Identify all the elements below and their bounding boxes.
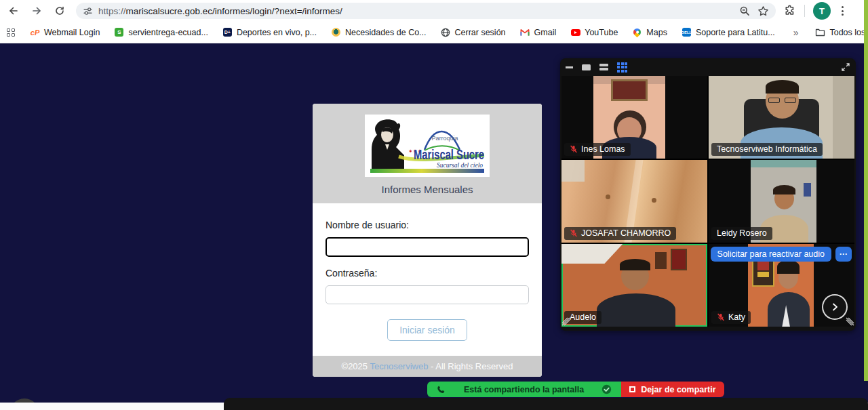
login-form: Nombre de usuario: Contraseña: Iniciar s… (313, 203, 542, 356)
participant-name-tag: JOSAFAT CHAMORRO (564, 227, 676, 240)
maps-pin-icon (632, 27, 642, 37)
participant-tile-josafat-chamorro[interactable]: JOSAFAT CHAMORRO (561, 160, 707, 243)
profile-avatar[interactable]: T (813, 2, 831, 20)
gob-ec-icon (331, 27, 341, 37)
username-label: Nombre de usuario: (326, 220, 529, 230)
login-footer: ©2025 Tecnoserviweb - All Rights Reserve… (313, 356, 542, 377)
browser-toolbar: https://mariscalsucre.gob.ec/informes/lo… (0, 0, 868, 22)
login-heading: Informes Mensuales (313, 184, 542, 195)
reload-icon (54, 5, 65, 16)
chevron-right-icon (830, 302, 840, 312)
expand-icon (841, 62, 850, 72)
share-status: Está compartiendo la pantalla (427, 382, 621, 397)
bookmark-cerrar-sesion[interactable]: Cerrar sesión (441, 27, 506, 37)
toolbar-divider (804, 5, 805, 17)
back-button[interactable] (4, 1, 23, 20)
gallery-view-button[interactable] (617, 62, 627, 73)
password-label: Contraseña: (326, 268, 529, 279)
phone-icon (437, 385, 446, 394)
browser-menu-button[interactable] (839, 3, 846, 18)
password-input[interactable] (326, 285, 529, 304)
site-info-icon[interactable] (83, 6, 93, 16)
share-status-text: Está compartiendo la pantalla (464, 385, 584, 394)
shield-check-icon (601, 384, 612, 394)
participant-tile-tecnoserviweb[interactable]: Tecnoserviweb Informática (709, 76, 854, 159)
request-unmute-button[interactable]: Solicitar para reactivar audio (711, 247, 831, 262)
forward-arrow-icon (31, 5, 42, 16)
minimize-view-button[interactable] (566, 66, 573, 68)
logo-parroquia-text: Parroquia (431, 135, 458, 142)
gallery-view-icon (617, 62, 627, 73)
page-background: Parroquia ✶✶✶ Mariscal Sucre Sucursal de… (0, 43, 868, 410)
bookmark-gmail[interactable]: Gmail (520, 27, 557, 37)
disney-plus-icon: D+ (222, 27, 233, 37)
resize-handle-left[interactable] (561, 317, 571, 329)
stop-share-button[interactable]: Dejar de compartir (621, 382, 724, 397)
folder-icon (815, 27, 825, 37)
bookmarks-bar: cP Webmail Login S servientrega-ecuad...… (0, 22, 868, 43)
bookmark-soporte-dell[interactable]: DELL Soporte para Latitu... (682, 27, 775, 37)
tecnoserviweb-link[interactable]: Tecnoserviweb (370, 361, 428, 371)
all-bookmarks-button[interactable]: Todos los marcadores (815, 27, 868, 37)
back-arrow-icon (8, 5, 19, 16)
speaker-view-icon (599, 64, 608, 70)
bookmark-servientrega[interactable]: S servientrega-ecuad... (114, 27, 208, 37)
participant-name-tag: Tecnoserviweb Informática (711, 143, 823, 156)
zoom-out-icon[interactable] (739, 5, 751, 17)
dell-icon: DELL (682, 27, 692, 37)
stop-icon (629, 386, 635, 392)
participant-name-tag: Leidy Rosero (711, 227, 772, 240)
extensions-icon[interactable] (784, 5, 796, 17)
resize-handle-right[interactable] (845, 317, 854, 329)
login-card-header: Parroquia ✶✶✶ Mariscal Sucre Sucursal de… (313, 104, 542, 203)
participant-grid: Ines Lomas Tecnoserviweb Informática (561, 76, 854, 327)
meeting-window: Ines Lomas Tecnoserviweb Informática (560, 58, 856, 331)
bookmark-star-icon[interactable] (757, 5, 769, 17)
participant-tile-audelo[interactable]: Audelo (561, 244, 707, 327)
bookmark-maps[interactable]: Maps (632, 27, 667, 37)
next-page-button[interactable] (822, 294, 848, 320)
bookmark-youtube[interactable]: YouTube (570, 27, 618, 37)
small-view-button[interactable] (582, 64, 591, 70)
logo-subtitle-text: Sucursal del cielo (437, 162, 483, 169)
apps-grid-icon[interactable] (7, 28, 15, 37)
username-input[interactable] (326, 237, 529, 257)
servientrega-icon: S (114, 27, 124, 37)
meeting-view-controls (560, 58, 856, 76)
mic-muted-icon (570, 145, 578, 153)
participant-name-tag: Katy (711, 311, 751, 324)
login-card: Parroquia ✶✶✶ Mariscal Sucre Sucursal de… (313, 104, 542, 377)
url-text: https://mariscalsucre.gob.ec/informes/lo… (98, 6, 739, 16)
screen-share-bar: Está compartiendo la pantalla Dejar de c… (427, 382, 724, 397)
login-button[interactable]: Iniciar sesión (387, 319, 467, 341)
bookmark-webmail-login[interactable]: cP Webmail Login (30, 27, 100, 37)
more-options-button[interactable]: ··· (835, 247, 852, 262)
logo-title-text: Mariscal Sucre (414, 147, 484, 162)
minimize-icon (566, 66, 573, 68)
screen: https://mariscalsucre.gob.ec/informes/lo… (0, 0, 868, 410)
cpanel-icon: cP (30, 27, 40, 37)
bookmark-necesidades[interactable]: Necesidades de Co... (331, 27, 427, 37)
bookmark-deportes[interactable]: D+ Deportes en vivo, p... (222, 27, 317, 37)
speaker-view-button[interactable] (599, 64, 608, 70)
participant-tile-ines-lomas[interactable]: Ines Lomas (561, 76, 707, 159)
participant-name-tag: Ines Lomas (564, 143, 631, 156)
mic-muted-icon (570, 229, 578, 237)
fullscreen-button[interactable] (841, 62, 850, 72)
background-dark-bar (224, 398, 868, 410)
forward-button[interactable] (27, 1, 46, 20)
mic-muted-icon (717, 313, 725, 321)
address-bar[interactable]: https://mariscalsucre.gob.ec/informes/lo… (76, 3, 776, 19)
parroquia-logo: Parroquia ✶✶✶ Mariscal Sucre Sucursal de… (365, 115, 490, 177)
youtube-icon (570, 27, 580, 37)
bookmarks-overflow-button[interactable]: » (793, 27, 798, 38)
participant-tile-leidy-rosero[interactable]: Leidy Rosero (709, 160, 854, 243)
globe-icon (441, 27, 451, 37)
screen-share-border (864, 0, 868, 381)
reload-button[interactable] (50, 1, 69, 20)
gmail-icon (520, 27, 530, 37)
small-view-icon (582, 64, 591, 70)
